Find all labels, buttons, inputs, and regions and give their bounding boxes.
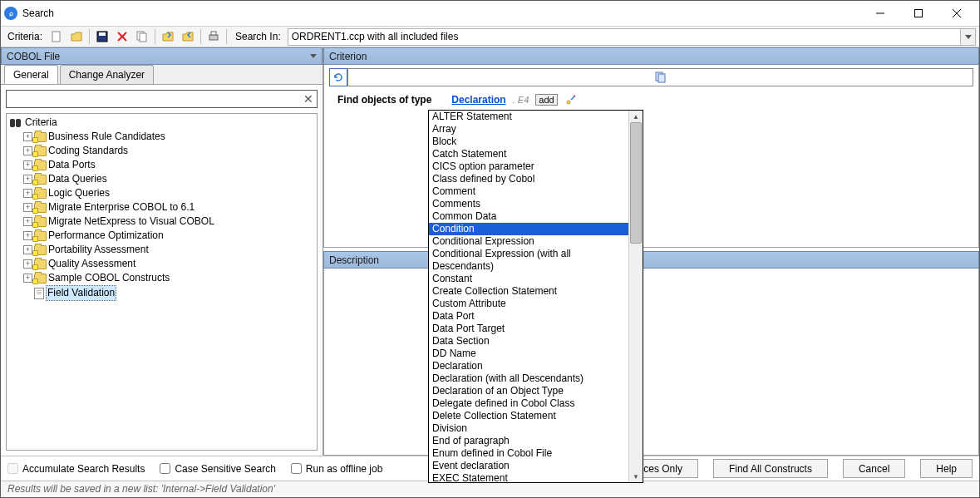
expand-icon[interactable]: + [23, 203, 32, 212]
tree-leaf-item[interactable]: Field Validation [23, 285, 313, 301]
expand-icon[interactable]: + [23, 245, 32, 254]
dropdown-item[interactable]: Declaration [429, 360, 628, 372]
scroll-down-arrow[interactable]: ▼ [629, 471, 643, 482]
search-in-dropdown[interactable] [961, 28, 976, 46]
import-button[interactable] [159, 27, 177, 46]
folder-icon [34, 259, 47, 269]
dropdown-item[interactable]: EXEC Statement [429, 472, 628, 482]
dropdown-item[interactable]: Catch Statement [429, 148, 628, 160]
tree-folder-item[interactable]: +Sample COBOL Constructs [23, 271, 313, 285]
help-button[interactable]: Help [920, 459, 973, 478]
refresh-button[interactable] [329, 68, 347, 86]
wizard-icon[interactable] [564, 93, 578, 106]
open-folder-button[interactable] [67, 27, 86, 46]
dropdown-item[interactable]: Create Collection Statement [429, 285, 628, 298]
cancel-button[interactable]: Cancel [843, 459, 905, 478]
expand-icon[interactable]: + [23, 146, 32, 155]
offline-checkbox[interactable]: Run as offline job [291, 463, 383, 475]
accumulate-checkbox[interactable]: Accumulate Search Results [7, 463, 145, 475]
hint-text: . E4 [513, 95, 529, 105]
dropdown-item[interactable]: Declaration of an Object Type [429, 385, 628, 397]
dropdown-item[interactable]: Division [429, 422, 628, 435]
dropdown-item[interactable]: Delegate defined in Cobol Class [429, 397, 628, 410]
delete-button[interactable] [113, 27, 131, 46]
scroll-up-arrow[interactable]: ▲ [629, 111, 643, 122]
expand-icon[interactable]: + [23, 231, 32, 240]
search-in-field[interactable]: ORDRENT1.ccp with all included files [288, 28, 961, 46]
maximize-button[interactable] [899, 1, 938, 26]
dropdown-item[interactable]: Delete Collection Statement [429, 410, 628, 422]
tree-folder-item[interactable]: +Data Ports [23, 158, 313, 172]
expand-icon[interactable]: + [23, 189, 32, 198]
copy-criterion-button[interactable] [347, 68, 973, 86]
tree-folder-item[interactable]: +Business Rule Candidates [23, 130, 313, 144]
expand-icon[interactable]: + [23, 175, 32, 184]
dropdown-item[interactable]: Data Port [429, 310, 628, 323]
tree-folder-item[interactable]: +Performance Optimization [23, 229, 313, 243]
dropdown-item[interactable]: Conditional Expression [429, 235, 628, 248]
folder-icon [34, 146, 47, 156]
dropdown-item[interactable]: Comments [429, 198, 628, 210]
tree-folder-item[interactable]: +Coding Standards [23, 144, 313, 158]
expand-icon[interactable]: + [23, 132, 32, 141]
description-body [323, 269, 979, 456]
dropdown-item[interactable]: Data Port Target [429, 323, 628, 335]
left-tabs: General Change Analyzer [1, 65, 323, 85]
dropdown-item[interactable]: Conditional Expression (with all Descend… [429, 248, 628, 273]
tree-folder-item[interactable]: +Portability Assessment [23, 243, 313, 257]
dropdown-item[interactable]: Custom Attribute [429, 298, 628, 310]
dropdown-item[interactable]: Constant [429, 273, 628, 285]
dropdown-item[interactable]: Array [429, 123, 628, 136]
dropdown-item[interactable]: Enum defined in Cobol File [429, 447, 628, 460]
expand-icon[interactable]: + [23, 274, 32, 283]
criteria-label: Criteria: [4, 31, 46, 42]
copy-button[interactable] [133, 27, 151, 46]
declaration-link[interactable]: Declaration [451, 94, 505, 106]
tab-change-analyzer[interactable]: Change Analyzer [60, 65, 154, 84]
tree-root[interactable]: Criteria [25, 116, 57, 130]
criteria-tree[interactable]: Criteria +Business Rule Candidates+Codin… [6, 113, 318, 451]
tree-folder-item[interactable]: +Logic Queries [23, 186, 313, 200]
svg-rect-12 [211, 32, 216, 35]
tree-folder-item[interactable]: +Migrate Enterprise COBOL to 6.1 [23, 200, 313, 214]
find-all-constructs-button[interactable]: Find All Constructs [713, 459, 828, 478]
dropdown-item[interactable]: Event declaration [429, 460, 628, 472]
dropdown-item[interactable]: Declaration (with all Descendants) [429, 372, 628, 385]
dropdown-item[interactable]: CICS option parameter [429, 160, 628, 173]
cobol-file-dropdown[interactable] [310, 54, 317, 58]
minimize-button[interactable] [861, 1, 899, 26]
dropdown-item[interactable]: Common Data [429, 210, 628, 223]
tree-folder-item[interactable]: +Data Queries [23, 172, 313, 186]
print-button[interactable] [204, 27, 223, 46]
tree-folder-item[interactable]: +Quality Assessment [23, 257, 313, 271]
clear-filter-icon[interactable]: ✕ [303, 92, 313, 106]
expand-icon[interactable]: + [23, 259, 32, 269]
dropdown-scrollbar[interactable]: ▲ ▼ [628, 111, 643, 482]
dropdown-item[interactable]: ALTER Statement [429, 111, 628, 123]
tab-general[interactable]: General [4, 65, 58, 84]
expand-icon[interactable]: + [23, 160, 32, 170]
dropdown-item[interactable]: Comment [429, 185, 628, 198]
dropdown-item[interactable]: Condition [429, 223, 628, 235]
document-icon [34, 288, 44, 299]
expand-icon[interactable]: + [23, 217, 32, 226]
svg-rect-1 [915, 10, 923, 17]
svg-point-15 [567, 101, 570, 104]
dropdown-item[interactable]: Data Section [429, 335, 628, 348]
svg-rect-14 [658, 74, 665, 82]
object-type-dropdown[interactable]: ALTER StatementArrayBlockCatch Statement… [428, 110, 643, 483]
save-button[interactable] [93, 27, 111, 46]
dropdown-item[interactable]: DD Name [429, 348, 628, 360]
dropdown-item[interactable]: Block [429, 136, 628, 148]
dropdown-item[interactable]: Class defined by Cobol [429, 173, 628, 185]
tree-folder-item[interactable]: +Migrate NetExpress to Visual COBOL [23, 214, 313, 229]
export-button[interactable] [179, 27, 197, 46]
add-button[interactable]: add [535, 94, 557, 106]
dropdown-item[interactable]: End of paragraph [429, 435, 628, 447]
case-sensitive-checkbox[interactable]: Case Sensitive Search [160, 463, 275, 475]
folder-icon [34, 217, 47, 227]
scroll-thumb[interactable] [630, 122, 642, 244]
new-criteria-button[interactable] [47, 27, 66, 46]
close-button[interactable] [938, 1, 976, 26]
tree-filter-input[interactable]: ✕ [6, 90, 318, 108]
